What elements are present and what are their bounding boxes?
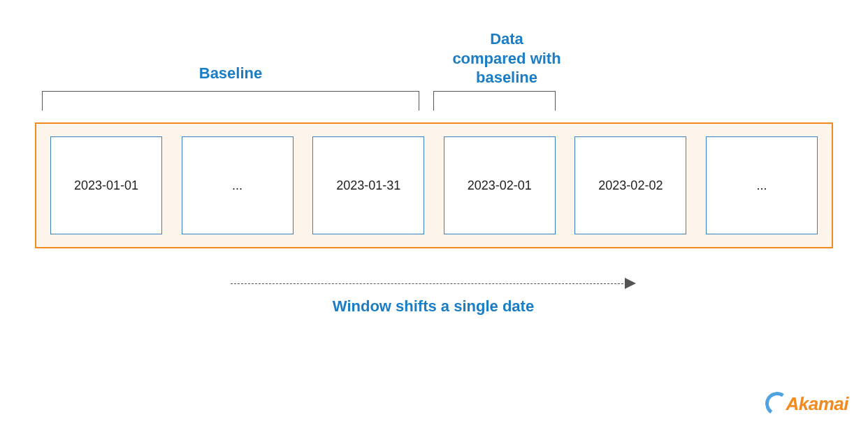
date-cell: ... [706, 136, 818, 234]
akamai-logo: Akamai [765, 392, 849, 416]
date-cell: ... [182, 136, 294, 234]
shift-label: Window shifts a single date [231, 297, 636, 316]
akamai-wordmark: Akamai [786, 393, 849, 415]
compare-bracket [433, 91, 556, 111]
date-cell: 2023-01-01 [50, 136, 162, 234]
compare-label: Data compared with baseline [426, 29, 587, 87]
date-cell: 2023-02-01 [444, 136, 556, 234]
date-cell: 2023-02-02 [574, 136, 686, 234]
baseline-bracket [42, 91, 419, 111]
window-container: 2023-01-01 ... 2023-01-31 2023-02-01 202… [35, 122, 833, 248]
arrow-icon [231, 276, 636, 290]
sliding-window-diagram: Baseline Data compared with baseline 202… [0, 0, 868, 431]
shift-arrow-group: Window shifts a single date [231, 276, 636, 316]
baseline-label: Baseline [42, 64, 419, 83]
date-cell: 2023-01-31 [312, 136, 424, 234]
